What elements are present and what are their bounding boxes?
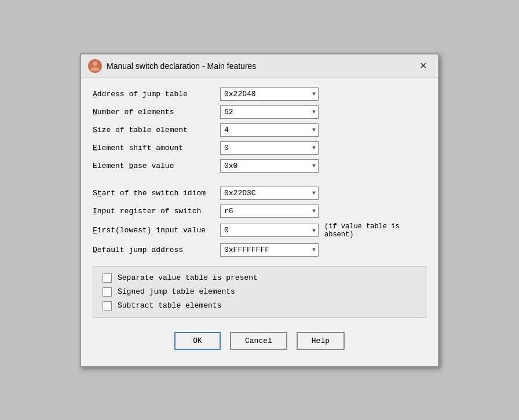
select-wrapper-start: 0x22D3C — [220, 187, 319, 200]
select-wrapper-first: 0 — [220, 224, 319, 237]
row-size-table-element: Size of table element 4 — [93, 123, 426, 137]
close-button[interactable]: ✕ — [415, 60, 431, 72]
label-input-register-switch: Input register of switch — [93, 207, 220, 216]
label-number-of-elements: Number of elements — [93, 108, 220, 116]
row-default-jump-address: Default jump address 0xFFFFFFFF — [93, 243, 426, 257]
checkbox-signed-jump-table-elements[interactable] — [103, 287, 112, 297]
label-signed-jump-table-elements[interactable]: Signed jump table elements — [118, 287, 235, 296]
select-wrapper-elements: 62 — [220, 105, 319, 119]
select-wrapper-default: 0xFFFFFFFF — [220, 243, 319, 257]
select-element-shift-amount[interactable]: 0 — [220, 141, 319, 155]
form-section-2: Start of the switch idiom 0x22D3C Input … — [93, 187, 426, 257]
button-bar: OK Cancel Help — [93, 327, 426, 357]
label-separate-value-table[interactable]: Separate value table is present — [118, 273, 258, 282]
checkbox-row-subtract-table: Subtract table elements — [103, 301, 416, 311]
help-button[interactable]: Help — [297, 332, 345, 350]
dialog-container: Manual switch declaration - Main feature… — [80, 53, 439, 367]
title-bar: Manual switch declaration - Main feature… — [81, 54, 438, 78]
select-size-table-element[interactable]: 4 — [220, 123, 319, 137]
row-first-input-value: First(lowest) input value 0 (if value ta… — [93, 222, 426, 239]
form-section-1: Address of jump table 0x22D48 Number of … — [93, 87, 426, 173]
select-element-base-value[interactable]: 0x0 — [220, 159, 319, 173]
checkbox-separate-value-table[interactable] — [103, 273, 112, 283]
select-wrapper-address: 0x22D48 — [220, 87, 319, 101]
row-element-shift-amount: Element shift amount 0 — [93, 141, 426, 155]
select-input-register-switch[interactable]: r6 — [220, 204, 319, 218]
select-default-jump-address[interactable]: 0xFFFFFFFF — [220, 243, 319, 257]
checkbox-subtract-table-elements[interactable] — [103, 301, 112, 311]
checkbox-section: Separate value table is present Signed j… — [93, 266, 426, 318]
row-input-register-switch: Input register of switch r6 — [93, 204, 426, 218]
title-bar-left: Manual switch declaration - Main feature… — [88, 59, 256, 73]
checkbox-row-separate-value-table: Separate value table is present — [103, 273, 416, 283]
ok-button[interactable]: OK — [174, 332, 221, 350]
select-address-jump-table[interactable]: 0x22D48 — [220, 87, 319, 101]
row-address-jump-table: Address of jump table 0x22D48 — [93, 87, 426, 101]
select-wrapper-register: r6 — [220, 204, 319, 218]
select-wrapper-shift: 0 — [220, 141, 319, 155]
dialog-icon — [88, 59, 102, 73]
row-element-base-value: Element base value 0x0 — [93, 159, 426, 173]
label-subtract-table-elements[interactable]: Subtract table elements — [118, 301, 221, 310]
label-first-input-value: First(lowest) input value — [93, 226, 220, 235]
label-element-shift-amount: Element shift amount — [93, 144, 220, 152]
select-first-input-value[interactable]: 0 — [220, 224, 319, 237]
dialog-title: Manual switch declaration - Main feature… — [107, 61, 256, 71]
row-start-switch-idiom: Start of the switch idiom 0x22D3C — [93, 187, 426, 200]
cancel-button[interactable]: Cancel — [230, 332, 287, 350]
row-number-of-elements: Number of elements 62 — [93, 105, 426, 119]
label-size-table-element: Size of table element — [93, 126, 220, 134]
label-address-jump-table: Address of jump table — [93, 90, 220, 98]
separator-1 — [93, 182, 426, 187]
select-number-of-elements[interactable]: 62 — [220, 105, 319, 119]
label-default-jump-address: Default jump address — [93, 246, 220, 254]
hint-value-table-absent: (if value table is absent) — [324, 222, 426, 239]
label-element-base-value: Element base value — [93, 162, 220, 170]
select-start-switch-idiom[interactable]: 0x22D3C — [220, 187, 319, 200]
label-start-switch-idiom: Start of the switch idiom — [93, 189, 220, 198]
checkbox-row-signed-jump-table: Signed jump table elements — [103, 287, 416, 297]
select-wrapper-base: 0x0 — [220, 159, 319, 173]
select-wrapper-size: 4 — [220, 123, 319, 137]
dialog-content: Address of jump table 0x22D48 Number of … — [81, 78, 438, 366]
svg-point-0 — [93, 61, 97, 66]
